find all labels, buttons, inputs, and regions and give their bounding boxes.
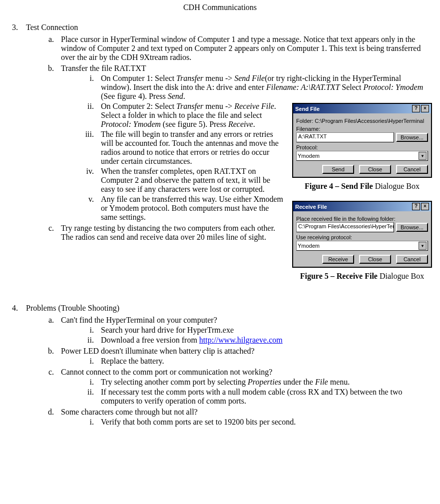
folder-label: Place received file in the following fol… bbox=[296, 216, 428, 222]
item-4b-i: Replace the battery. bbox=[96, 357, 432, 366]
dialog-title: Receive File bbox=[295, 204, 327, 210]
cancel-button[interactable]: Cancel bbox=[396, 255, 428, 264]
t: menu -> bbox=[203, 74, 234, 82]
t: On Computer 2: Select bbox=[101, 102, 176, 110]
receive-button[interactable]: Receive bbox=[322, 255, 354, 264]
item-3b-i: On Computer 1: Select Transfer menu -> S… bbox=[96, 74, 432, 101]
protocol-value: Ymodem bbox=[298, 153, 320, 159]
page-title: CDH Communications bbox=[8, 3, 432, 12]
t: under the bbox=[281, 378, 315, 386]
folder-label: Folder: C:\Program Files\Accessories\Hyp… bbox=[296, 118, 428, 124]
t: (see figure 5). Press bbox=[161, 120, 228, 128]
close-button[interactable]: × bbox=[421, 105, 429, 112]
chevron-down-icon[interactable]: ▼ bbox=[419, 242, 427, 250]
close-dialog-button[interactable]: Close bbox=[359, 165, 391, 174]
t: Transfer bbox=[176, 74, 203, 82]
t: menu. bbox=[328, 378, 350, 386]
t: menu -> bbox=[203, 102, 234, 110]
item-4d-sublist: Verify that both comm ports are set to 1… bbox=[61, 418, 432, 427]
dialog-titlebar: Receive File ? × bbox=[293, 202, 431, 211]
t: Dialogue Box bbox=[378, 272, 424, 280]
item-4c-ii: If necessary test the comm ports with a … bbox=[96, 388, 432, 406]
send-file-dialog: Send File ? × Folder: C:\Program Files\A… bbox=[292, 103, 432, 178]
browse-button[interactable]: Browse... bbox=[396, 223, 428, 232]
t: Some characters come through but not all… bbox=[61, 408, 198, 416]
t: On Computer 1: Select bbox=[101, 74, 176, 82]
protocol-select[interactable]: Ymodem ▼ bbox=[296, 241, 428, 251]
item-4a-i: Search your hard drive for HyperTrm.exe bbox=[96, 326, 432, 335]
close-button[interactable]: × bbox=[421, 203, 429, 210]
t: Properties bbox=[248, 378, 281, 386]
section-3: Test Connection Place cursor in HyperTer… bbox=[20, 23, 432, 295]
t: Figure 4 – Send File bbox=[305, 182, 373, 190]
item-4a-ii: Download a free version from http://www.… bbox=[96, 336, 432, 345]
hilgraeve-link[interactable]: http://www.hilgraeve.com bbox=[199, 336, 283, 344]
item-4c-i: Try selecting another comm port by selec… bbox=[96, 378, 432, 387]
item-4b: Power LED doesn't illuminate when batter… bbox=[56, 347, 432, 366]
t: Send bbox=[168, 92, 183, 100]
figure-5: Receive File ? × Place received file in … bbox=[292, 201, 432, 281]
filename-label: Filename: bbox=[296, 126, 428, 132]
t: Receive File bbox=[234, 102, 274, 110]
protocol-label: Protocol: bbox=[296, 144, 428, 150]
folder-input[interactable]: C:\Program Files\Accessories\HyperTermin… bbox=[296, 222, 394, 232]
item-3b-title: Transfer the file RAT.TXT bbox=[61, 64, 146, 72]
item-4c-sublist: Try selecting another comm port by selec… bbox=[61, 378, 432, 406]
t: Filename: A:\RAT.TXT bbox=[266, 83, 340, 91]
section-3-sublist: Place cursor in HyperTerminal window of … bbox=[26, 35, 432, 242]
item-4d-i: Verify that both comm ports are set to 1… bbox=[96, 418, 432, 427]
dialog-body: Place received file in the following fol… bbox=[293, 211, 431, 267]
main-list: Test Connection Place cursor in HyperTer… bbox=[8, 23, 432, 427]
dialog-body: Folder: C:\Program Files\Accessories\Hyp… bbox=[293, 113, 431, 177]
cancel-button[interactable]: Cancel bbox=[396, 165, 428, 174]
protocol-select[interactable]: Ymodem ▼ bbox=[296, 151, 428, 161]
protocol-value: Ymodem bbox=[298, 243, 320, 249]
t: Figure 5 – Receive File bbox=[300, 272, 378, 280]
item-4b-sublist: Replace the battery. bbox=[61, 357, 432, 366]
t: Send File bbox=[234, 74, 265, 82]
item-3b-sublist: On Computer 1: Select Transfer menu -> S… bbox=[61, 74, 432, 222]
dialog-title: Send File bbox=[295, 106, 320, 112]
t: File bbox=[315, 378, 328, 386]
section-4-sublist: Can't find the HyperTerminal on your com… bbox=[26, 316, 432, 427]
send-button[interactable]: Send bbox=[322, 165, 354, 174]
protocol-label: Use receiving protocol: bbox=[296, 234, 428, 240]
t: (See figure 4). Press bbox=[101, 92, 168, 100]
t: Try selecting another comm port by selec… bbox=[101, 378, 248, 386]
help-button[interactable]: ? bbox=[412, 105, 420, 112]
t: Download a free version from bbox=[101, 336, 199, 344]
t: Select bbox=[340, 83, 363, 91]
t: Cannot connect to the comm port or commu… bbox=[61, 368, 272, 376]
help-button[interactable]: ? bbox=[412, 203, 420, 210]
item-4a-sublist: Search your hard drive for HyperTrm.exe … bbox=[61, 326, 432, 345]
section-3-title: Test Connection bbox=[26, 23, 78, 31]
item-3a: Place cursor in HyperTerminal window of … bbox=[56, 35, 432, 62]
t: . bbox=[253, 120, 255, 128]
item-4d: Some characters come through but not all… bbox=[56, 408, 432, 427]
t: Protocol: Ymodem bbox=[363, 83, 423, 91]
section-4-title: Problems (Trouble Shooting) bbox=[26, 304, 119, 312]
filename-input[interactable]: A:\RAT.TXT bbox=[296, 132, 394, 142]
item-3b: Transfer the file RAT.TXT On Computer 1:… bbox=[56, 64, 432, 222]
t: Transfer bbox=[176, 102, 203, 110]
figure-4-caption: Figure 4 – Send File Dialogue Box bbox=[292, 182, 432, 191]
dialog-titlebar: Send File ? × bbox=[293, 104, 431, 113]
section-4: Problems (Trouble Shooting) Can't find t… bbox=[20, 304, 432, 427]
t: . bbox=[183, 92, 185, 100]
figure-5-caption: Figure 5 – Receive File Dialogue Box bbox=[292, 272, 432, 281]
figure-4: Send File ? × Folder: C:\Program Files\A… bbox=[292, 103, 432, 191]
chevron-down-icon[interactable]: ▼ bbox=[419, 152, 427, 160]
item-4c: Cannot connect to the comm port or commu… bbox=[56, 368, 432, 406]
item-4a: Can't find the HyperTerminal on your com… bbox=[56, 316, 432, 345]
close-dialog-button[interactable]: Close bbox=[359, 255, 391, 264]
t: Can't find the HyperTerminal on your com… bbox=[61, 316, 217, 324]
figures-column: Send File ? × Folder: C:\Program Files\A… bbox=[292, 103, 432, 291]
t: Receive bbox=[228, 120, 253, 128]
t: Dialogue Box bbox=[373, 182, 420, 190]
browse-button[interactable]: Browse... bbox=[396, 133, 428, 142]
t: Power LED doesn't illuminate when batter… bbox=[61, 347, 255, 355]
item-3b-ii: Send File ? × Folder: C:\Program Files\A… bbox=[96, 102, 432, 129]
receive-file-dialog: Receive File ? × Place received file in … bbox=[292, 201, 432, 268]
t: Protocol: Ymodem bbox=[101, 120, 161, 128]
